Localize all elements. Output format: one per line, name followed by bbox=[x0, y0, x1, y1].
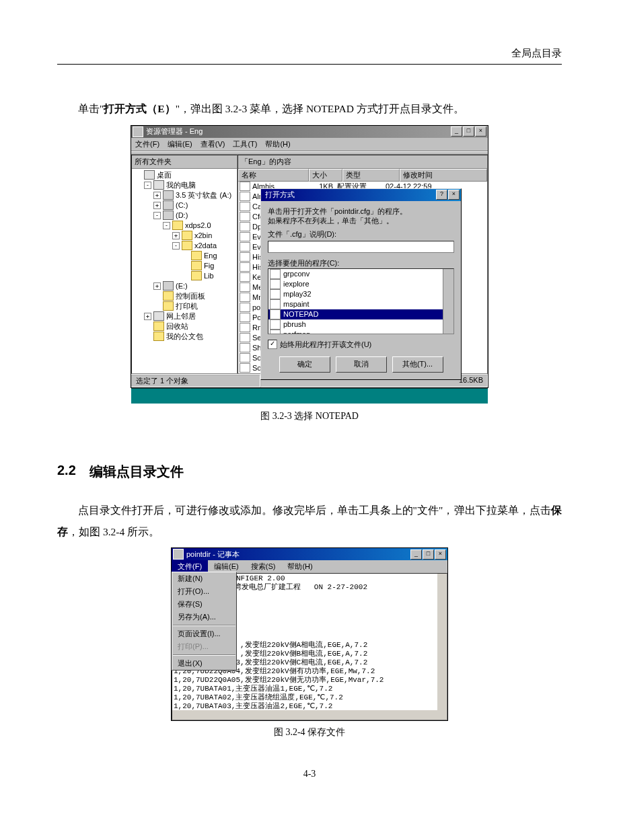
file-icon bbox=[240, 252, 250, 262]
maximize-button[interactable]: □ bbox=[463, 126, 474, 137]
fld-icon bbox=[163, 291, 174, 301]
drv-icon bbox=[163, 211, 174, 220]
notepad-title: pointdir - 记事本 bbox=[186, 549, 410, 560]
explorer-titlebar: 资源管理器 - Eng _ □ × bbox=[131, 126, 488, 138]
fld-icon bbox=[191, 271, 202, 280]
tree-node[interactable]: 打印机 bbox=[133, 301, 235, 311]
notepad-titlebar: pointdir - 记事本 _ □ × bbox=[172, 548, 447, 560]
dialog-close-button[interactable]: × bbox=[448, 190, 460, 200]
tree-node[interactable]: +x2bin bbox=[133, 231, 235, 241]
tree-node[interactable]: +(C:) bbox=[133, 200, 235, 211]
file-icon bbox=[240, 353, 250, 362]
tree-node[interactable]: -我的电脑 bbox=[133, 180, 235, 190]
listbox-scrollbar[interactable] bbox=[443, 269, 453, 334]
dialog-help-button[interactable]: ? bbox=[436, 190, 447, 200]
program-item[interactable]: pbrush bbox=[268, 319, 453, 330]
tree-node[interactable]: +3.5 英寸软盘 (A:) bbox=[133, 190, 235, 200]
file-icon bbox=[240, 333, 250, 342]
file-icon bbox=[240, 303, 250, 312]
dropdown-item[interactable]: 保存(S) bbox=[172, 598, 236, 611]
dropdown-item[interactable]: 页面设置(I)... bbox=[172, 627, 236, 640]
file-icon bbox=[240, 323, 250, 332]
menu-item[interactable]: 查看(V) bbox=[201, 139, 225, 149]
fld-icon bbox=[163, 301, 174, 311]
fld-icon bbox=[153, 332, 164, 341]
menu-item[interactable]: 工具(T) bbox=[233, 139, 257, 149]
file-icon bbox=[240, 272, 250, 282]
notepad-menubar: 文件(F)编辑(E)搜索(S)帮助(H)新建(N)打开(O)...保存(S)另存… bbox=[172, 560, 447, 573]
minimize-button[interactable]: _ bbox=[410, 549, 422, 560]
tree-node[interactable]: 我的公文包 bbox=[133, 332, 235, 342]
menu-item[interactable]: 文件(F) bbox=[135, 139, 159, 149]
column-header[interactable]: 大小 bbox=[309, 169, 342, 182]
figure-caption-1: 图 3.2-3 选择 NOTEPAD bbox=[57, 410, 562, 422]
menu-item[interactable]: 搜索(S) bbox=[245, 560, 282, 573]
file-icon bbox=[240, 242, 250, 252]
notepad-icon bbox=[173, 549, 184, 560]
tree-node[interactable]: +网上邻居 bbox=[133, 311, 235, 321]
tree-node[interactable]: 桌面 bbox=[133, 170, 235, 180]
column-header[interactable]: 名称 bbox=[238, 169, 309, 182]
vertical-scrollbar[interactable] bbox=[437, 574, 447, 710]
program-item[interactable]: NOTEPAD bbox=[268, 309, 453, 319]
comp-icon bbox=[144, 170, 155, 180]
menu-item[interactable]: 帮助(H) bbox=[265, 139, 290, 149]
fld-icon bbox=[172, 221, 183, 230]
close-button[interactable]: × bbox=[435, 549, 446, 560]
tree-node[interactable]: 控制面板 bbox=[133, 291, 235, 301]
program-listbox[interactable]: grpconviexploremplay32mspaintNOTEPADpbru… bbox=[268, 268, 454, 334]
tree-node[interactable]: -x2data bbox=[133, 241, 235, 251]
file-icon bbox=[240, 262, 250, 272]
tree-node[interactable]: -(D:) bbox=[133, 211, 235, 221]
program-item[interactable]: nerfmon bbox=[268, 330, 453, 334]
explorer-window: 资源管理器 - Eng _ □ × 文件(F)编辑(E)查看(V)工具(T)帮助… bbox=[131, 125, 488, 388]
tree-pane-header: 所有文件夹 bbox=[132, 155, 237, 169]
tree-node[interactable]: +(E:) bbox=[133, 281, 235, 291]
tree-node[interactable]: Eng bbox=[133, 251, 235, 261]
fld-icon bbox=[182, 231, 192, 240]
menu-item[interactable]: 帮助(H) bbox=[281, 560, 318, 573]
dropdown-item[interactable]: 打印(P)... bbox=[172, 640, 236, 653]
dropdown-item[interactable]: 打开(O)... bbox=[172, 585, 236, 598]
drv-icon bbox=[163, 190, 174, 200]
tree-node[interactable]: Lib bbox=[133, 271, 235, 281]
file-icon bbox=[240, 343, 250, 352]
page-header: 全局点目录 bbox=[57, 47, 562, 65]
tree-node[interactable]: 回收站 bbox=[133, 321, 235, 332]
column-header[interactable]: 修改时间 bbox=[400, 169, 487, 182]
program-icon bbox=[270, 330, 281, 334]
close-button[interactable]: × bbox=[475, 126, 486, 137]
file-pane-header: 「Eng」的内容 bbox=[238, 155, 487, 169]
program-item[interactable]: mspaint bbox=[268, 299, 453, 309]
program-list-label: 选择要使用的程序(C): bbox=[268, 258, 454, 268]
maximize-button[interactable]: □ bbox=[423, 549, 434, 560]
dropdown-item[interactable]: 另存为(A)... bbox=[172, 611, 236, 623]
dialog-instruction: 单击用于打开文件「pointdir.cfg」的程序。如果程序不在列表上，单击「其… bbox=[268, 206, 454, 225]
program-item[interactable]: iexplore bbox=[268, 279, 453, 289]
menu-item[interactable]: 编辑(E) bbox=[168, 139, 192, 149]
file-icon bbox=[240, 282, 250, 292]
tree-node[interactable]: -xdps2.0 bbox=[133, 221, 235, 231]
file-icon bbox=[240, 232, 250, 241]
file-icon bbox=[240, 182, 250, 191]
minimize-button[interactable]: _ bbox=[451, 126, 462, 137]
dropdown-item[interactable]: 退出(X) bbox=[172, 657, 236, 670]
open-with-dialog: 打开方式 ? × 单击用于打开文件「pointdir.cfg」的程序。如果程序不… bbox=[260, 188, 462, 380]
horizontal-scrollbar[interactable] bbox=[172, 710, 447, 720]
dropdown-item[interactable]: 新建(N) bbox=[172, 572, 236, 585]
always-use-checkbox[interactable]: ✓ 始终用此程序打开该文件(U) bbox=[268, 340, 454, 350]
program-item[interactable]: grpconv bbox=[268, 269, 453, 279]
file-menu-dropdown: 新建(N)打开(O)...保存(S)另存为(A)...页面设置(I)...打印(… bbox=[172, 572, 237, 671]
file-icon bbox=[240, 212, 250, 221]
column-header[interactable]: 类型 bbox=[342, 169, 400, 182]
ok-button[interactable]: 确定 bbox=[279, 356, 330, 373]
program-icon bbox=[270, 289, 281, 299]
tree-node[interactable]: Fig bbox=[133, 261, 235, 271]
folder-tree[interactable]: 桌面-我的电脑+3.5 英寸软盘 (A:)+(C:)-(D:)-xdps2.0+… bbox=[132, 169, 237, 344]
figure-caption-2: 图 3.2-4 保存文件 bbox=[57, 726, 562, 738]
description-input[interactable] bbox=[268, 241, 454, 253]
taskbar-strip bbox=[131, 388, 488, 404]
cancel-button[interactable]: 取消 bbox=[336, 356, 387, 373]
other-button[interactable]: 其他(T)... bbox=[392, 356, 443, 373]
program-item[interactable]: mplay32 bbox=[268, 289, 453, 299]
